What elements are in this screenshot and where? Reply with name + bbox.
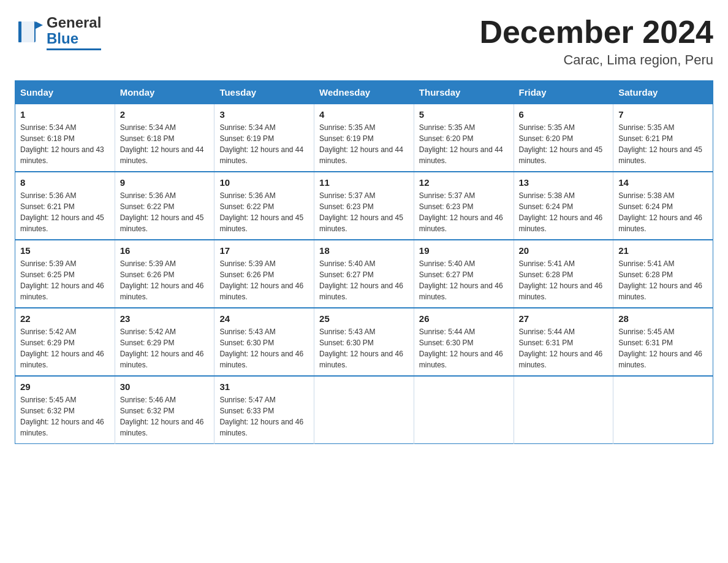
day-number: 17: [219, 245, 309, 256]
month-title: December 2024: [479, 15, 713, 50]
day-number: 12: [419, 177, 509, 188]
calendar-cell: [613, 376, 713, 444]
calendar-cell: [414, 376, 514, 444]
calendar-cell: 7 Sunrise: 5:35 AMSunset: 6:21 PMDayligh…: [613, 104, 713, 172]
header-monday: Monday: [115, 81, 214, 104]
calendar-cell: 10 Sunrise: 5:36 AMSunset: 6:22 PMDaylig…: [214, 172, 314, 240]
day-info: Sunrise: 5:39 AMSunset: 6:25 PMDaylight:…: [20, 259, 104, 301]
day-number: 1: [20, 109, 110, 120]
calendar-week-4: 22 Sunrise: 5:42 AMSunset: 6:29 PMDaylig…: [15, 308, 713, 376]
day-info: Sunrise: 5:37 AMSunset: 6:23 PMDaylight:…: [419, 191, 503, 233]
day-info: Sunrise: 5:37 AMSunset: 6:23 PMDaylight:…: [319, 191, 403, 233]
day-info: Sunrise: 5:34 AMSunset: 6:19 PMDaylight:…: [219, 123, 303, 165]
calendar-week-5: 29 Sunrise: 5:45 AMSunset: 6:32 PMDaylig…: [15, 376, 713, 444]
day-number: 10: [219, 177, 309, 188]
day-info: Sunrise: 5:36 AMSunset: 6:22 PMDaylight:…: [219, 191, 303, 233]
day-info: Sunrise: 5:43 AMSunset: 6:30 PMDaylight:…: [319, 327, 403, 369]
day-number: 23: [120, 313, 210, 324]
day-info: Sunrise: 5:35 AMSunset: 6:20 PMDaylight:…: [419, 123, 503, 165]
header-sunday: Sunday: [15, 81, 115, 104]
day-number: 28: [618, 313, 708, 324]
day-info: Sunrise: 5:38 AMSunset: 6:24 PMDaylight:…: [519, 191, 603, 233]
day-number: 19: [419, 245, 509, 256]
calendar-header-row: Sunday Monday Tuesday Wednesday Thursday…: [15, 81, 713, 104]
svg-marker-3: [36, 21, 43, 29]
day-info: Sunrise: 5:47 AMSunset: 6:33 PMDaylight:…: [219, 396, 303, 437]
day-number: 27: [519, 313, 609, 324]
day-info: Sunrise: 5:42 AMSunset: 6:29 PMDaylight:…: [20, 327, 104, 369]
day-info: Sunrise: 5:35 AMSunset: 6:20 PMDaylight:…: [519, 123, 603, 165]
calendar-cell: 29 Sunrise: 5:45 AMSunset: 6:32 PMDaylig…: [15, 376, 115, 444]
header-friday: Friday: [514, 81, 613, 104]
day-number: 6: [519, 109, 609, 120]
day-info: Sunrise: 5:36 AMSunset: 6:21 PMDaylight:…: [20, 191, 104, 233]
calendar-cell: [314, 376, 414, 444]
day-info: Sunrise: 5:34 AMSunset: 6:18 PMDaylight:…: [20, 123, 104, 165]
day-info: Sunrise: 5:38 AMSunset: 6:24 PMDaylight:…: [618, 191, 702, 233]
calendar-cell: 22 Sunrise: 5:42 AMSunset: 6:29 PMDaylig…: [15, 308, 115, 376]
location-subtitle: Carac, Lima region, Peru: [479, 52, 713, 68]
calendar-cell: 17 Sunrise: 5:39 AMSunset: 6:26 PMDaylig…: [214, 240, 314, 308]
calendar-cell: 21 Sunrise: 5:41 AMSunset: 6:28 PMDaylig…: [613, 240, 713, 308]
day-info: Sunrise: 5:46 AMSunset: 6:32 PMDaylight:…: [120, 396, 204, 437]
calendar-cell: 24 Sunrise: 5:43 AMSunset: 6:30 PMDaylig…: [214, 308, 314, 376]
day-info: Sunrise: 5:42 AMSunset: 6:29 PMDaylight:…: [120, 327, 204, 369]
calendar-cell: [514, 376, 613, 444]
day-number: 14: [618, 177, 708, 188]
calendar-table: Sunday Monday Tuesday Wednesday Thursday…: [15, 80, 713, 444]
calendar-cell: 28 Sunrise: 5:45 AMSunset: 6:31 PMDaylig…: [613, 308, 713, 376]
day-info: Sunrise: 5:41 AMSunset: 6:28 PMDaylight:…: [618, 259, 702, 301]
day-number: 30: [120, 381, 210, 392]
day-number: 18: [319, 245, 409, 256]
calendar-cell: 12 Sunrise: 5:37 AMSunset: 6:23 PMDaylig…: [414, 172, 514, 240]
calendar-cell: 25 Sunrise: 5:43 AMSunset: 6:30 PMDaylig…: [314, 308, 414, 376]
header-thursday: Thursday: [414, 81, 514, 104]
day-info: Sunrise: 5:41 AMSunset: 6:28 PMDaylight:…: [519, 259, 603, 301]
calendar-cell: 23 Sunrise: 5:42 AMSunset: 6:29 PMDaylig…: [115, 308, 214, 376]
calendar-cell: 30 Sunrise: 5:46 AMSunset: 6:32 PMDaylig…: [115, 376, 214, 444]
day-info: Sunrise: 5:45 AMSunset: 6:32 PMDaylight:…: [20, 396, 104, 437]
day-info: Sunrise: 5:44 AMSunset: 6:30 PMDaylight:…: [419, 327, 503, 369]
day-number: 2: [120, 109, 210, 120]
header-wednesday: Wednesday: [314, 81, 414, 104]
day-info: Sunrise: 5:34 AMSunset: 6:18 PMDaylight:…: [120, 123, 204, 165]
svg-rect-1: [21, 21, 34, 42]
logo: General Blue: [15, 15, 101, 50]
logo-general-text: General: [47, 15, 101, 31]
calendar-week-1: 1 Sunrise: 5:34 AMSunset: 6:18 PMDayligh…: [15, 104, 713, 172]
day-number: 7: [618, 109, 708, 120]
calendar-cell: 2 Sunrise: 5:34 AMSunset: 6:18 PMDayligh…: [115, 104, 214, 172]
title-area: December 2024 Carac, Lima region, Peru: [479, 15, 713, 68]
calendar-cell: 27 Sunrise: 5:44 AMSunset: 6:31 PMDaylig…: [514, 308, 613, 376]
day-number: 15: [20, 245, 110, 256]
calendar-cell: 1 Sunrise: 5:34 AMSunset: 6:18 PMDayligh…: [15, 104, 115, 172]
day-info: Sunrise: 5:36 AMSunset: 6:22 PMDaylight:…: [120, 191, 204, 233]
day-info: Sunrise: 5:39 AMSunset: 6:26 PMDaylight:…: [120, 259, 204, 301]
day-number: 22: [20, 313, 110, 324]
calendar-cell: 4 Sunrise: 5:35 AMSunset: 6:19 PMDayligh…: [314, 104, 414, 172]
day-info: Sunrise: 5:45 AMSunset: 6:31 PMDaylight:…: [618, 327, 702, 369]
day-info: Sunrise: 5:43 AMSunset: 6:30 PMDaylight:…: [219, 327, 303, 369]
header-tuesday: Tuesday: [214, 81, 314, 104]
calendar-cell: 18 Sunrise: 5:40 AMSunset: 6:27 PMDaylig…: [314, 240, 414, 308]
day-number: 25: [319, 313, 409, 324]
day-number: 31: [219, 381, 309, 392]
day-number: 9: [120, 177, 210, 188]
logo-icon: [15, 17, 47, 48]
day-info: Sunrise: 5:35 AMSunset: 6:21 PMDaylight:…: [618, 123, 702, 165]
calendar-cell: 20 Sunrise: 5:41 AMSunset: 6:28 PMDaylig…: [514, 240, 613, 308]
page-header: General Blue December 2024 Carac, Lima r…: [15, 15, 713, 68]
calendar-cell: 5 Sunrise: 5:35 AMSunset: 6:20 PMDayligh…: [414, 104, 514, 172]
calendar-cell: 9 Sunrise: 5:36 AMSunset: 6:22 PMDayligh…: [115, 172, 214, 240]
calendar-cell: 3 Sunrise: 5:34 AMSunset: 6:19 PMDayligh…: [214, 104, 314, 172]
svg-rect-2: [18, 21, 21, 42]
day-number: 11: [319, 177, 409, 188]
day-info: Sunrise: 5:35 AMSunset: 6:19 PMDaylight:…: [319, 123, 403, 165]
calendar-cell: 13 Sunrise: 5:38 AMSunset: 6:24 PMDaylig…: [514, 172, 613, 240]
day-number: 16: [120, 245, 210, 256]
day-number: 24: [219, 313, 309, 324]
calendar-cell: 15 Sunrise: 5:39 AMSunset: 6:25 PMDaylig…: [15, 240, 115, 308]
calendar-cell: 11 Sunrise: 5:37 AMSunset: 6:23 PMDaylig…: [314, 172, 414, 240]
day-number: 21: [618, 245, 708, 256]
day-info: Sunrise: 5:39 AMSunset: 6:26 PMDaylight:…: [219, 259, 303, 301]
